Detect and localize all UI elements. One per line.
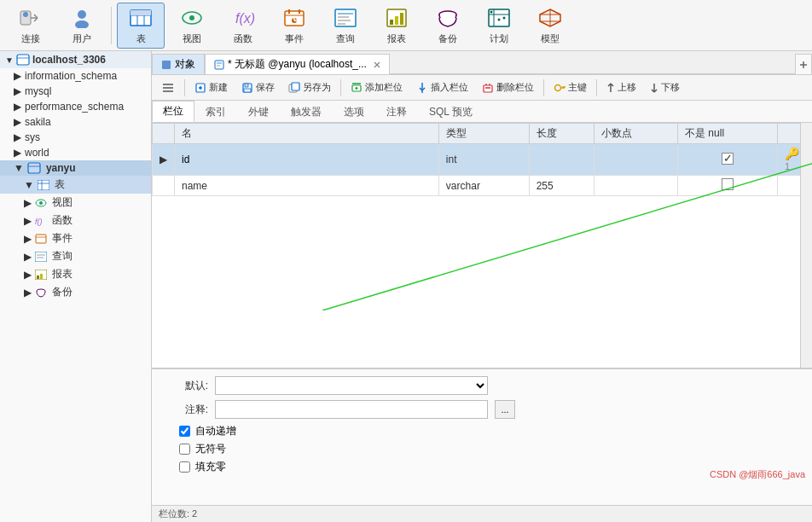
auto-increment-label: 自动递增 (195, 424, 236, 438)
server-header[interactable]: ▼ localhost_3306 (0, 51, 151, 68)
move-down-button[interactable]: 下移 (644, 78, 686, 96)
svg-point-13 (189, 15, 194, 20)
field-name-2[interactable]: name (175, 176, 439, 196)
field-decimal-1[interactable] (594, 144, 677, 176)
tab-add-button[interactable] (795, 54, 812, 74)
sub-tab-sql-preview[interactable]: SQL 预览 (418, 102, 484, 122)
svg-rect-58 (37, 276, 39, 279)
model-label: 模型 (541, 32, 560, 45)
new-button[interactable]: 新建 (188, 78, 234, 96)
sidebar-item-backup[interactable]: ▶ 备份 (0, 283, 151, 301)
sidebar-item-performance-schema[interactable]: ▶ performance_schema (0, 99, 151, 114)
sep2 (340, 79, 341, 96)
func-button[interactable]: f(x) 函数 (219, 3, 267, 49)
svg-rect-29 (395, 16, 398, 25)
move-down-label: 下移 (661, 81, 680, 94)
connect-button[interactable]: 连接 (7, 3, 55, 49)
primary-key-button[interactable]: 主键 (548, 78, 593, 96)
sidebar-item-world[interactable]: ▶ world (0, 145, 151, 160)
report-button[interactable]: 报表 (373, 3, 420, 49)
move-up-button[interactable]: 上移 (600, 78, 642, 96)
sub-tab-index[interactable]: 索引 (194, 102, 237, 122)
sidebar-item-query[interactable]: ▶ 查询 (0, 247, 151, 265)
sidebar-item-view[interactable]: ▶ 视图 (0, 194, 151, 212)
sep4 (596, 79, 597, 96)
sidebar-item-func[interactable]: ▶ f() 函数 (0, 212, 151, 229)
primary-key-label: 主键 (568, 81, 587, 94)
auto-increment-checkbox[interactable] (179, 426, 190, 437)
plan-button[interactable]: 计划 (475, 3, 523, 49)
query-button[interactable]: 查询 (322, 3, 369, 49)
func-label: 函数 (234, 32, 252, 45)
sidebar-item-event[interactable]: ▶ 事件 (0, 229, 151, 247)
default-select[interactable] (215, 376, 488, 395)
sidebar-item-table[interactable]: ▼ 表 (0, 176, 151, 194)
svg-point-36 (498, 18, 501, 20)
expand-arrow-func: ▶ (24, 215, 32, 227)
table-row[interactable]: ▶ int 🔑1 (153, 144, 812, 176)
unsigned-checkbox[interactable] (179, 444, 190, 455)
table-row[interactable]: name varchar 255 (153, 176, 812, 196)
comment-input[interactable] (215, 400, 488, 419)
svg-point-6 (75, 20, 89, 28)
field-length-2[interactable]: 255 (529, 176, 594, 196)
sidebar-item-sakila[interactable]: ▶ sakila (0, 114, 151, 130)
user-button[interactable]: 用户 (58, 3, 106, 49)
sub-tab-options[interactable]: 选项 (333, 102, 375, 122)
scroll-indicator[interactable] (800, 123, 812, 368)
field-length-1[interactable] (529, 144, 594, 176)
svg-rect-28 (390, 20, 393, 25)
sidebar-item-yanyu[interactable]: ▼ yanyu (0, 160, 151, 176)
col-decimal-header: 小数点 (594, 124, 677, 144)
backup-button[interactable]: 备份 (424, 3, 472, 49)
svg-rect-42 (17, 55, 29, 65)
table-button[interactable]: 表 (117, 3, 165, 49)
field-notnull-2[interactable] (678, 176, 778, 196)
sub-tab-comment[interactable]: 注释 (375, 102, 418, 122)
db-icon: ▶ (14, 147, 21, 159)
model-button[interactable]: 模型 (526, 3, 574, 49)
add-field-button[interactable]: 添加栏位 (345, 78, 409, 96)
hamburger-button[interactable] (155, 79, 181, 96)
fill-zero-checkbox[interactable] (179, 461, 190, 473)
row-arrow-2 (153, 176, 175, 196)
event-button[interactable]: 事件 (270, 3, 318, 49)
top-toolbar: 连接 用户 表 视图 (0, 0, 812, 51)
sidebar-item-report[interactable]: ▶ 报表 (0, 265, 151, 283)
sidebar-item-information-schema[interactable]: ▶ information_schema (0, 68, 151, 84)
field-type-1[interactable]: int (438, 144, 529, 176)
sub-tab-fields[interactable]: 栏位 (152, 101, 194, 122)
auto-increment-row: 自动递增 (165, 424, 798, 438)
svg-rect-79 (292, 83, 299, 90)
tab-spacer (390, 73, 795, 74)
db-icon: ▶ (14, 131, 21, 143)
table-sidebar-label: 表 (55, 177, 65, 192)
sidebar-item-sys[interactable]: ▶ sys (0, 130, 151, 145)
comment-dots-button[interactable]: ... (495, 400, 515, 419)
field-notnull-1[interactable] (678, 144, 778, 176)
save-as-button[interactable]: 另存为 (282, 78, 337, 96)
plan-label: 计划 (490, 32, 508, 45)
tab-objects[interactable]: 对象 (152, 54, 205, 74)
view-sidebar-label: 视图 (52, 195, 72, 210)
field-decimal-2[interactable] (594, 176, 677, 196)
view-button[interactable]: 视图 (168, 3, 216, 49)
col-notnull-header: 不是 null (678, 124, 778, 144)
delete-field-button[interactable]: 删除栏位 (476, 78, 540, 96)
sub-tab-trigger[interactable]: 触发器 (280, 102, 333, 122)
save-button[interactable]: 保存 (235, 78, 281, 96)
event-icon (281, 6, 308, 30)
bottom-panel: 默认: 注释: ... 自动递增 无符号 (152, 368, 812, 505)
primary-key-icon: 🔑 (785, 147, 799, 160)
insert-field-button[interactable]: 插入栏位 (410, 78, 474, 96)
field-type-2[interactable]: varchar (438, 176, 529, 196)
fill-zero-row: 填充零 (165, 460, 798, 474)
sub-tab-foreign[interactable]: 外键 (237, 102, 280, 122)
sidebar-item-mysql[interactable]: ▶ mysql (0, 84, 151, 99)
svg-rect-30 (400, 13, 403, 25)
tab-editor[interactable]: * 无标题 @yanyu (localhost_... (205, 54, 390, 74)
field-name-1[interactable] (175, 144, 439, 176)
db-icon: ▶ (14, 70, 21, 82)
svg-text:f(x): f(x) (235, 11, 255, 26)
col-name-header: 名 (175, 124, 439, 144)
